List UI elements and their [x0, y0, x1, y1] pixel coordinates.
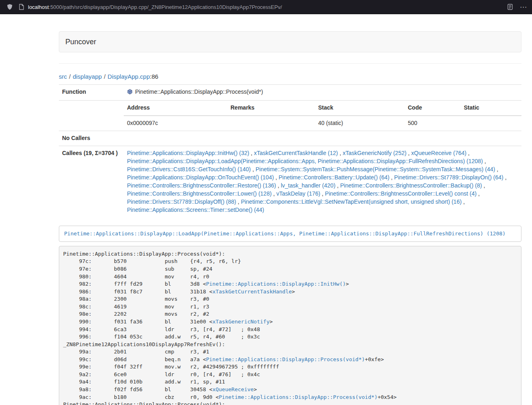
- breadcrumb-src-link[interactable]: src: [59, 73, 67, 80]
- url-path: :5000/path/src/displayapp/DisplayApp.cpp…: [49, 4, 282, 10]
- stats-value-stack: 40 (static): [315, 116, 405, 131]
- breadcrumb-line-number: :86: [150, 73, 158, 80]
- callee-link[interactable]: Pinetime::Applications::Screens::Timer::…: [127, 207, 264, 213]
- callees-cell: Pinetime::Applications::DisplayApp::Init…: [124, 146, 521, 217]
- callee-link[interactable]: Pinetime::Drivers::St7789::DisplayOn() (…: [394, 174, 503, 181]
- callee-link[interactable]: xQueueReceive (764): [411, 150, 466, 156]
- callee-link[interactable]: Pinetime::System::SystemTask::PushMessag…: [256, 166, 495, 172]
- page-container: Puncover src/displayapp/DisplayApp.cpp:8…: [59, 31, 521, 405]
- stats-value-remarks: [227, 116, 315, 131]
- stats-header-row: Address Remarks Stack Code Static: [124, 101, 521, 116]
- navbar: Puncover: [59, 31, 521, 52]
- brand-link[interactable]: Puncover: [65, 38, 96, 46]
- callee-link[interactable]: Pinetime::Applications::DisplayApp::Init…: [127, 150, 249, 156]
- breadcrumb-displayapp-link[interactable]: displayapp: [73, 73, 102, 80]
- stats-cell: Address Remarks Stack Code Static 0x0000…: [124, 100, 521, 131]
- stats-value-address: 0x0000097c: [124, 116, 227, 131]
- callees-label: Callees (19, Σ=3704 ): [59, 146, 124, 217]
- stats-table: Address Remarks Stack Code Static 0x0000…: [124, 101, 521, 131]
- code-symbol-link[interactable]: Pinetime::Applications::DisplayApp::Init…: [206, 281, 346, 287]
- callee-link[interactable]: Pinetime::Controllers::BrightnessControl…: [127, 190, 271, 197]
- toolbar-actions: ⋯: [507, 4, 527, 11]
- tracking-protection-shield-icon[interactable]: [6, 4, 13, 10]
- stats-row: Address Remarks Stack Code Static 0x0000…: [59, 100, 521, 131]
- stats-row-spacer: [59, 100, 124, 131]
- no-callers-label: No Callers: [59, 131, 124, 146]
- callee-link[interactable]: Pinetime::Applications::DisplayApp::OnTo…: [127, 174, 274, 181]
- stats-header-code: Code: [405, 101, 461, 116]
- overflow-menu-icon[interactable]: ⋯: [520, 4, 527, 11]
- no-callers-row: No Callers: [59, 131, 521, 146]
- code-symbol-link[interactable]: xQueueReceive: [212, 386, 254, 392]
- stats-value-static: [461, 116, 521, 131]
- function-row: Function Pinetime::Applications::Display…: [59, 85, 521, 101]
- disassembly-code: Pinetime::Applications::DisplayApp::Proc…: [59, 246, 521, 405]
- no-callers-cell: [124, 131, 521, 146]
- stats-header-static: Static: [461, 101, 521, 116]
- callees-row: Callees (19, Σ=3704 ) Pinetime::Applicat…: [59, 146, 521, 217]
- code-symbol-link[interactable]: Pinetime::Applications::DisplayApp::Proc…: [206, 356, 365, 362]
- callee-link[interactable]: xTaskGetCurrentTaskHandle (12): [254, 150, 338, 156]
- callee-link[interactable]: Pinetime::Drivers::St7789::DisplayOff() …: [127, 198, 236, 205]
- callee-link[interactable]: Pinetime::Controllers::BrightnessControl…: [340, 182, 482, 189]
- stats-header-remarks: Remarks: [227, 101, 315, 116]
- stats-value-code: 500: [405, 116, 461, 131]
- url-host: localhost: [28, 4, 49, 10]
- breadcrumb: src/displayapp/DisplayApp.cpp:86: [59, 73, 521, 81]
- callee-link[interactable]: Pinetime::Components::LittleVgl::SetNewT…: [241, 198, 462, 205]
- function-name: Pinetime::Applications::DisplayApp::Proc…: [135, 88, 263, 95]
- stats-value-row: 0x0000097c 40 (static) 500: [124, 116, 521, 131]
- callee-link[interactable]: Pinetime::Drivers::Cst816S::GetTouchInfo…: [127, 166, 251, 172]
- code-symbol-link[interactable]: xTaskGenericNotify: [212, 319, 269, 325]
- address-bar[interactable]: localhost:5000/path/src/displayapp/Displ…: [28, 4, 502, 10]
- callee-link[interactable]: lv_task_handler (420): [281, 182, 336, 189]
- callee-link[interactable]: Pinetime::Controllers::BrightnessControl…: [127, 182, 276, 189]
- function-type-icon: [127, 89, 133, 97]
- callee-link[interactable]: vTaskDelay (176): [276, 190, 320, 197]
- breadcrumb-file-link[interactable]: DisplayApp.cpp: [108, 73, 150, 80]
- callee-link[interactable]: xTaskGenericNotify (252): [342, 150, 406, 156]
- function-table: Function Pinetime::Applications::Display…: [59, 84, 521, 218]
- stats-header-stack: Stack: [315, 101, 405, 116]
- callee-link[interactable]: Pinetime::Applications::DisplayApp::Load…: [127, 158, 483, 164]
- callee-link[interactable]: Pinetime::Controllers::BrightnessControl…: [325, 190, 476, 197]
- stats-header-address: Address: [124, 101, 227, 116]
- highlighted-callee-box: Pinetime::Applications::DisplayApp::Load…: [59, 226, 521, 242]
- function-row-label: Function: [59, 85, 124, 101]
- highlighted-callee-link[interactable]: Pinetime::Applications::DisplayApp::Load…: [64, 231, 506, 237]
- function-name-cell: Pinetime::Applications::DisplayApp::Proc…: [124, 85, 521, 101]
- code-symbol-link[interactable]: Pinetime::Applications::DisplayApp::Proc…: [219, 394, 377, 400]
- page-info-icon[interactable]: [19, 4, 24, 10]
- divider: [59, 63, 521, 64]
- code-symbol-link[interactable]: xTaskGetCurrentTaskHandle: [212, 289, 292, 295]
- breadcrumb-separator: /: [69, 73, 71, 80]
- breadcrumb-separator: /: [104, 73, 106, 80]
- callee-link[interactable]: Pinetime::Controllers::Battery::Update()…: [279, 174, 390, 181]
- browser-toolbar: localhost:5000/path/src/displayapp/Displ…: [0, 0, 532, 14]
- reader-view-icon[interactable]: [507, 4, 513, 10]
